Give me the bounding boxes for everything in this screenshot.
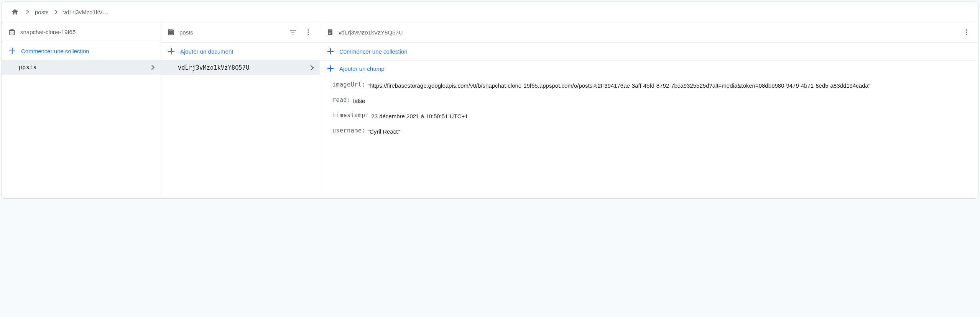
more-vert-icon[interactable] xyxy=(961,27,972,38)
home-icon[interactable] xyxy=(10,7,20,17)
field-key: username: xyxy=(332,127,365,136)
breadcrumb: posts vdLrj3vMzo1kV… xyxy=(2,2,978,22)
action-label: Commencer une collection xyxy=(339,48,408,55)
start-collection-button[interactable]: Commencer une collection xyxy=(2,42,161,60)
chevron-right-icon xyxy=(308,65,314,70)
filter-icon[interactable] xyxy=(288,27,298,38)
svg-rect-1 xyxy=(169,31,173,34)
field-value: 23 décembre 2021 à 10:50:51 UTC+1 xyxy=(371,112,468,121)
svg-rect-8 xyxy=(329,33,331,34)
field-list: imageUrl: "https://firebasestorage.googl… xyxy=(320,77,978,146)
svg-point-3 xyxy=(307,31,309,33)
project-title: snapchat-clone-19f65 xyxy=(20,29,155,35)
field-row[interactable]: read: false xyxy=(332,93,971,109)
collection-icon xyxy=(167,28,175,36)
action-label: Commencer une collection xyxy=(21,48,89,54)
breadcrumb-item[interactable]: posts xyxy=(35,9,49,15)
plus-icon xyxy=(168,48,175,55)
plus-icon xyxy=(327,65,334,72)
chevron-right-icon xyxy=(149,65,155,70)
list-item-label: posts xyxy=(19,64,150,71)
field-key: read: xyxy=(332,96,351,106)
field-row[interactable]: username: "Cyril React" xyxy=(332,124,971,139)
svg-point-2 xyxy=(307,29,309,31)
plus-icon xyxy=(327,48,334,55)
chevron-right-icon xyxy=(26,10,30,14)
collection-title: posts xyxy=(179,29,283,36)
project-header: snapchat-clone-19f65 xyxy=(2,22,161,42)
collection-header: posts xyxy=(161,22,320,42)
plus-icon xyxy=(9,47,16,54)
svg-point-10 xyxy=(966,31,967,33)
field-key: timestamp: xyxy=(332,112,369,121)
field-value: false xyxy=(353,96,365,106)
add-field-button[interactable]: Ajouter un champ xyxy=(320,60,978,77)
field-key: imageUrl: xyxy=(332,81,365,90)
document-title: vdLrj3vMzo1kVzY8Q57U xyxy=(339,29,957,36)
svg-rect-6 xyxy=(329,31,332,31)
document-column: vdLrj3vMzo1kVzY8Q57U Commencer une colle… xyxy=(320,22,978,198)
chevron-right-icon xyxy=(54,10,58,14)
svg-rect-7 xyxy=(329,32,332,32)
svg-point-4 xyxy=(307,34,309,35)
more-vert-icon[interactable] xyxy=(303,27,314,38)
document-header: vdLrj3vMzo1kVzY8Q57U xyxy=(320,22,978,42)
collection-column: posts Ajouter un document vdLrj3vMzo1kVz… xyxy=(161,22,320,198)
collection-list-item[interactable]: posts xyxy=(2,60,161,75)
field-value: "https://firebasestorage.googleapis.com/… xyxy=(368,81,870,90)
breadcrumb-item[interactable]: vdLrj3vMzo1kV… xyxy=(63,9,109,15)
database-icon xyxy=(8,28,16,36)
list-item-label: vdLrj3vMzo1kVzY8Q57U xyxy=(178,64,309,71)
add-document-button[interactable]: Ajouter un document xyxy=(161,42,320,60)
field-value: "Cyril React" xyxy=(368,127,400,136)
field-row[interactable]: imageUrl: "https://firebasestorage.googl… xyxy=(332,78,971,93)
document-icon xyxy=(326,28,334,36)
svg-point-11 xyxy=(966,34,967,35)
start-subcollection-button[interactable]: Commencer une collection xyxy=(320,42,978,60)
action-label: Ajouter un document xyxy=(180,48,233,55)
project-column: snapchat-clone-19f65 Commencer une colle… xyxy=(2,22,161,198)
field-row[interactable]: timestamp: 23 décembre 2021 à 10:50:51 U… xyxy=(332,109,971,124)
svg-point-9 xyxy=(966,29,967,31)
svg-point-0 xyxy=(9,29,14,31)
document-list-item[interactable]: vdLrj3vMzo1kVzY8Q57U xyxy=(161,60,320,75)
action-label: Ajouter un champ xyxy=(339,65,385,72)
